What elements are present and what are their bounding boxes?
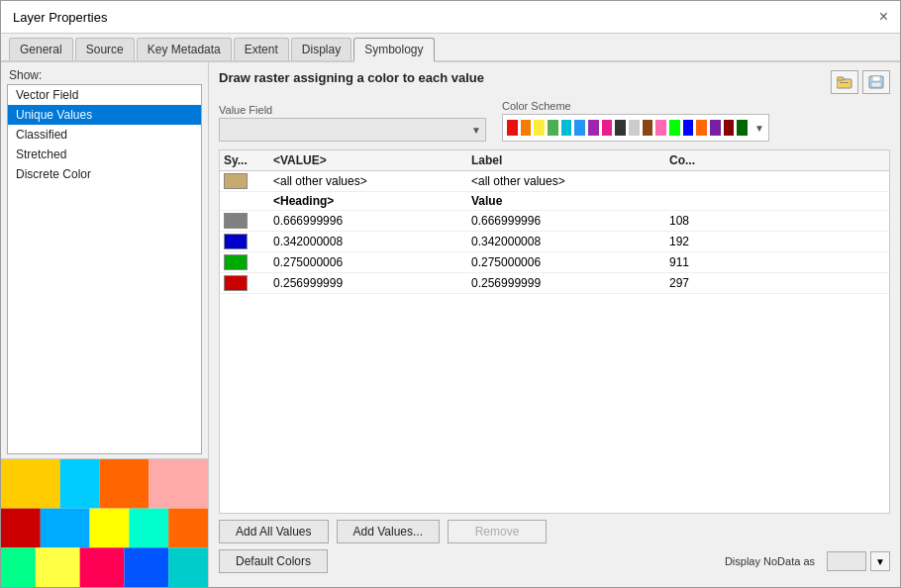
count-cell-1: 108	[669, 214, 749, 228]
count-cell-2: 192	[669, 235, 749, 248]
tab-general[interactable]: General	[9, 38, 73, 60]
color-stripe-6	[574, 120, 585, 136]
tab-key-metadata[interactable]: Key Metadata	[137, 38, 232, 60]
col-header-label: Label	[471, 153, 669, 167]
value-field-label: Value Field	[219, 104, 486, 116]
color-stripe-9	[615, 120, 626, 136]
preview-area	[1, 458, 208, 587]
tab-symbology[interactable]: Symbology	[353, 38, 434, 62]
sidebar-item-vector-field[interactable]: Vector Field	[8, 85, 201, 105]
color-stripe-1	[507, 120, 518, 136]
nodata-label: Display NoData as	[725, 555, 815, 567]
color-stripe-3	[534, 120, 545, 136]
table-row[interactable]: 0.275000006 0.275000006 911	[220, 252, 889, 273]
values-table: Sy... <VALUE> Label Co... <all other val…	[219, 149, 890, 514]
show-list: Vector Field Unique Values Classified St…	[7, 84, 202, 454]
svg-rect-13	[168, 547, 208, 587]
color-stripe-10	[629, 120, 640, 136]
color-scheme-arrow: ▼	[754, 123, 764, 134]
color-stripe-7	[588, 120, 599, 136]
nodata-color-box[interactable]	[827, 551, 866, 571]
color-scheme-select[interactable]: ▼	[502, 114, 769, 142]
value-heading: <Heading>	[273, 194, 471, 208]
svg-rect-19	[871, 82, 881, 87]
color-swatch-2	[224, 234, 248, 249]
right-panel: Draw raster assigning a color to each va…	[209, 62, 900, 587]
col-header-count: Co...	[669, 153, 749, 167]
layer-properties-dialog: Layer Properties × General Source Key Me…	[0, 0, 901, 588]
close-button[interactable]: ×	[879, 9, 888, 25]
sidebar-item-classified[interactable]: Classified	[8, 125, 201, 145]
color-swatch-1	[224, 213, 248, 229]
tab-extent[interactable]: Extent	[234, 38, 289, 60]
show-label: Show:	[1, 62, 208, 84]
table-header: Sy... <VALUE> Label Co...	[220, 150, 889, 171]
svg-rect-11	[80, 547, 125, 587]
col-header-value: <VALUE>	[273, 153, 471, 167]
button-row-2: Default Colors Colormap... Display NoDat…	[219, 549, 890, 573]
color-swatch-other	[224, 173, 248, 189]
sidebar-item-stretched[interactable]: Stretched	[8, 145, 201, 164]
add-values-button[interactable]: Add Values...	[337, 520, 441, 543]
value-cell-3: 0.275000006	[273, 255, 471, 269]
remove-button[interactable]: Remove	[448, 520, 547, 543]
table-row[interactable]: 0.666999996 0.666999996 108	[220, 211, 889, 232]
tab-source[interactable]: Source	[75, 38, 135, 60]
color-stripe-5	[561, 120, 572, 136]
color-stripe-11	[643, 120, 653, 136]
save-icon	[868, 75, 884, 89]
value-cell-4: 0.256999999	[273, 276, 471, 290]
color-stripe-2	[521, 120, 532, 136]
svg-rect-9	[1, 547, 36, 587]
default-colors-button[interactable]: Default Colors	[219, 549, 328, 573]
left-panel: Show: Vector Field Unique Values Classif…	[1, 62, 209, 587]
color-swatch-3	[224, 254, 248, 270]
button-row-1: Add All Values Add Values... Remove	[219, 520, 890, 543]
value-cell-2: 0.342000008	[273, 235, 471, 248]
label-cell-2: 0.342000008	[471, 235, 669, 248]
svg-rect-12	[124, 547, 168, 587]
color-scheme-label: Color Scheme	[502, 100, 769, 112]
save-button[interactable]	[862, 70, 890, 94]
sidebar-item-unique-values[interactable]: Unique Values	[8, 105, 201, 125]
nodata-dropdown-button[interactable]: ▼	[870, 551, 890, 571]
tab-bar: General Source Key Metadata Extent Displ…	[1, 34, 900, 62]
label-cell-other: <all other values>	[471, 174, 669, 188]
color-swatch-4	[224, 275, 248, 291]
title-bar: Layer Properties ×	[1, 1, 900, 34]
count-cell-3: 911	[669, 255, 749, 269]
svg-rect-8	[168, 509, 208, 548]
value-cell-1: 0.666999996	[273, 214, 471, 228]
load-button[interactable]	[831, 70, 858, 94]
value-field-group: Value Field ▼	[219, 104, 486, 142]
color-stripe-13	[669, 120, 680, 136]
svg-rect-2	[100, 459, 150, 509]
folder-icon	[837, 75, 852, 89]
svg-rect-5	[41, 509, 90, 548]
table-row[interactable]: 0.256999999 0.256999999 297	[220, 273, 889, 294]
preview-canvas	[1, 459, 208, 587]
svg-rect-18	[872, 76, 880, 81]
svg-rect-0	[1, 459, 60, 509]
table-row[interactable]: 0.342000008 0.342000008 192	[220, 232, 889, 252]
swatch-cell-1	[224, 213, 273, 229]
table-row-heading: <Heading> Value	[220, 192, 889, 211]
color-stripe-15	[696, 120, 707, 136]
field-row: Value Field ▼ Color Scheme	[219, 100, 890, 142]
swatch-cell-2	[224, 234, 273, 249]
color-stripe-14	[683, 120, 694, 136]
svg-rect-16	[840, 82, 849, 83]
color-stripe-18	[737, 120, 748, 136]
col-header-sy: Sy...	[224, 153, 273, 167]
table-row[interactable]: <all other values> <all other values>	[220, 171, 889, 192]
tab-display[interactable]: Display	[291, 38, 351, 60]
sidebar-item-discrete-color[interactable]: Discrete Color	[8, 164, 201, 184]
value-field-arrow: ▼	[471, 125, 481, 136]
swatch-cell-4	[224, 275, 273, 291]
svg-rect-3	[149, 459, 208, 509]
value-field-select[interactable]: ▼	[219, 118, 486, 142]
svg-rect-6	[90, 509, 130, 548]
color-stripe-4	[548, 120, 558, 136]
value-cell-other: <all other values>	[273, 174, 471, 188]
add-all-values-button[interactable]: Add All Values	[219, 520, 329, 543]
